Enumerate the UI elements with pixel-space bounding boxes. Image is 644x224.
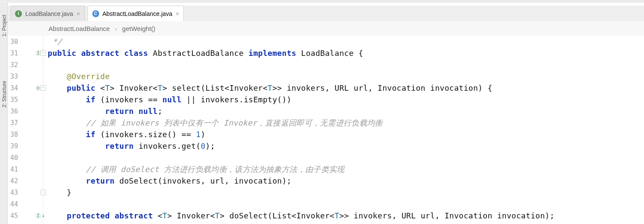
breadcrumb-method[interactable]: getWeight() [122, 25, 155, 32]
implemented-icon[interactable]: I [35, 213, 41, 219]
code-line[interactable]: public <T> Invoker<T> select(List<Invoke… [48, 82, 644, 94]
line-number: 32 [10, 61, 18, 69]
gutter-line[interactable]: 46 [8, 221, 43, 224]
code-token: > doSelect(List<Invoker< [220, 211, 334, 220]
code-token: (invokers == [100, 95, 163, 104]
code-token: < [100, 83, 105, 92]
gutter-line[interactable]: 36 [8, 105, 43, 117]
gutter[interactable]: 3031I−323334o−353637383940414243−4445I46 [8, 36, 43, 224]
code-token: abstract [81, 49, 124, 58]
code-token [48, 107, 105, 116]
code-token: > Invoker< [110, 83, 158, 92]
line-number: 38 [10, 131, 18, 138]
code-token: < [158, 211, 162, 220]
code-token: protected [67, 211, 115, 220]
code-token [48, 118, 86, 127]
fold-handle-icon[interactable]: − [40, 190, 46, 195]
code-token: null [139, 107, 158, 116]
gutter-line[interactable]: 31I− [8, 47, 43, 59]
code-token: LoadBalance { [301, 49, 363, 58]
code-token: T [334, 211, 339, 220]
code-line[interactable]: if (invokers == null || invokers.isEmpty… [48, 94, 644, 105]
line-number: 31 [10, 49, 18, 57]
code-line[interactable]: return doSelect(invokers, url, invocatio… [48, 175, 644, 187]
code-line[interactable]: @Override [48, 71, 644, 82]
code-area[interactable]: */public abstract class AbstractLoadBala… [43, 36, 644, 224]
gutter-line[interactable]: 42 [8, 175, 43, 187]
code-token: T [162, 211, 167, 220]
editor-tabs: ILoadBalance.java×CAbstractLoadBalance.j… [8, 6, 644, 21]
code-token: null [162, 95, 186, 104]
code-line[interactable]: // 如果 invokers 列表中仅有一个 Invoker，直接返回即可，无需… [48, 117, 644, 129]
line-number: 40 [10, 154, 18, 162]
code-token [48, 211, 67, 220]
code-line[interactable]: return invokers.get(0); [48, 140, 644, 152]
code-line[interactable]: */ [48, 36, 644, 47]
code-token [48, 141, 105, 150]
navigation-bar[interactable] [0, 0, 644, 3]
fold-handle-icon[interactable]: − [40, 85, 46, 91]
code-token: return [105, 141, 139, 150]
code-token: implements [249, 49, 301, 58]
gutter-line[interactable]: 34o− [8, 82, 43, 94]
line-number: 41 [10, 166, 18, 173]
code-token: T [215, 211, 220, 220]
code-line[interactable]: return null; [48, 105, 644, 117]
editor-tab[interactable]: CAbstractLoadBalance.java× [88, 6, 184, 21]
code-editor[interactable]: 3031I−323334o−353637383940414243−4445I46… [8, 36, 644, 224]
gutter-line[interactable]: 35 [8, 94, 43, 105]
fold-handle-icon[interactable]: − [40, 50, 46, 56]
sidebar-toggle-project[interactable]: 1: Project [1, 12, 7, 37]
code-token: abstract [115, 211, 158, 220]
code-line[interactable]: // 调用 doSelect 方法进行负载均衡，该方法为抽象方法，由子类实现 [48, 163, 644, 175]
close-icon[interactable]: × [76, 10, 80, 17]
line-number: 44 [10, 200, 18, 208]
gutter-line[interactable]: 39 [8, 140, 43, 152]
code-token: return [86, 176, 119, 185]
line-number: 34 [10, 84, 18, 92]
code-token: (invokers.size() == [100, 130, 196, 139]
line-number: 45 [10, 212, 18, 220]
code-line[interactable]: public abstract class AbstractLoadBalanc… [48, 47, 644, 59]
code-token: if [86, 130, 100, 139]
code-line[interactable] [48, 221, 644, 224]
code-token: @Override [67, 72, 110, 81]
gutter-line[interactable]: 37 [8, 117, 43, 129]
code-token [48, 165, 86, 174]
line-number: 30 [10, 38, 18, 46]
line-number: 39 [10, 142, 18, 150]
code-token: ); [206, 141, 215, 150]
line-number: 42 [10, 177, 18, 185]
chevron-right-icon: › [115, 25, 117, 32]
breadcrumb: AbstractLoadBalance › getWeight() [8, 21, 644, 36]
code-token: 方法进行负载均衡，该方法为抽象方法，由子类实现 [159, 164, 344, 175]
gutter-line[interactable]: 40 [8, 152, 43, 163]
gutter-line[interactable]: 32 [8, 59, 43, 71]
code-token: doSelect(invokers, url, invocation); [119, 176, 292, 185]
code-line[interactable] [48, 198, 644, 210]
code-token: 0 [200, 141, 205, 150]
gutter-line[interactable]: 43− [8, 187, 43, 198]
gutter-line[interactable]: 38 [8, 129, 43, 140]
code-token: return [105, 107, 139, 116]
code-line[interactable] [48, 152, 644, 163]
code-token: public [48, 49, 81, 58]
editor-tab[interactable]: ILoadBalance.java× [10, 6, 85, 21]
gutter-line[interactable]: 45I [8, 210, 43, 221]
close-icon[interactable]: × [176, 10, 179, 17]
sidebar-toggle-structure[interactable]: 2: Structure [1, 75, 7, 107]
code-token: } [48, 188, 72, 197]
code-token [48, 95, 86, 104]
gutter-line[interactable]: 44 [8, 198, 43, 210]
code-line[interactable] [48, 59, 644, 71]
code-token: >> invokers, URL url, Invocation invocat… [272, 83, 492, 92]
gutter-line[interactable]: 30 [8, 36, 43, 47]
code-line[interactable]: protected abstract <T> Invoker<T> doSele… [48, 210, 644, 221]
code-line[interactable]: } [48, 187, 644, 198]
gutter-line[interactable]: 41 [8, 163, 43, 175]
breadcrumb-class[interactable]: AbstractLoadBalance [49, 25, 110, 32]
code-line[interactable]: if (invokers.size() == 1) [48, 129, 644, 140]
gutter-line[interactable]: 33 [8, 71, 43, 82]
code-token [48, 83, 67, 92]
code-token: > Invoker< [167, 211, 215, 220]
